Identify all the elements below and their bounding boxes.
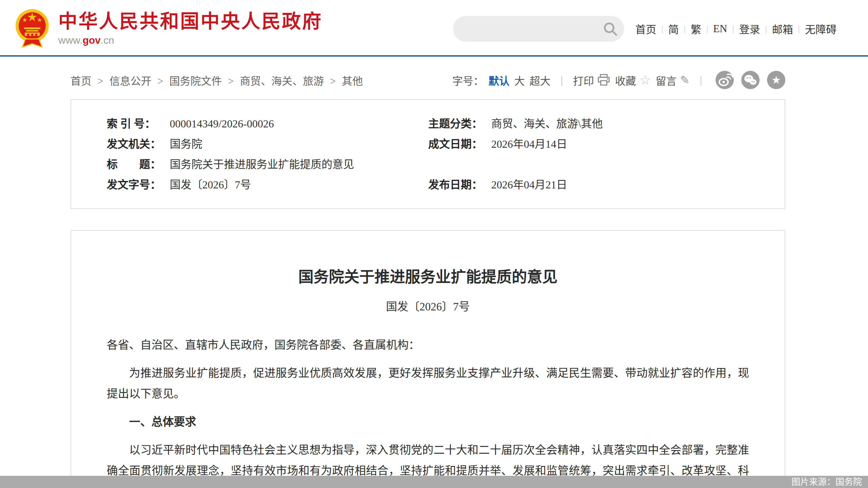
document-number: 国发〔2026〕7号	[107, 298, 749, 314]
font-size-label: 字号：	[452, 73, 484, 88]
site-url-www: www.	[58, 35, 83, 46]
share-icons: ★	[716, 71, 785, 89]
site-url-cn: .cn	[101, 35, 114, 46]
comment-button[interactable]: 留言 ✎	[656, 73, 690, 88]
meta-title-row: 标 题：国务院关于推进服务业扩能提质的意见	[107, 154, 428, 175]
nav-home[interactable]: 首页	[630, 21, 661, 36]
page-toolbar: 字号： 默认 大 超大 | 打印 收藏 ☆ 留言 ✎ |	[452, 71, 785, 89]
breadcrumb-separator: >	[327, 75, 339, 87]
qzone-star-icon: ★	[771, 75, 781, 85]
nav-accessibility[interactable]: 无障碍	[800, 21, 842, 36]
breadcrumb-toolbar-row: 首页 > 信息公开 > 国务院文件 > 商贸、海关、旅游 > 其他 字号： 默认…	[70, 71, 785, 89]
breadcrumb-home[interactable]: 首页	[70, 75, 91, 87]
salutation-paragraph: 各省、自治区、直辖市人民政府，国务院各部委、各直属机构：	[107, 335, 749, 355]
qzone-share-button[interactable]: ★	[767, 71, 785, 89]
star-icon: ☆	[639, 74, 651, 86]
document-title: 国务院关于推进服务业扩能提质的意见	[107, 265, 749, 287]
pencil-icon: ✎	[680, 74, 690, 86]
site-url-gov: gov	[83, 35, 101, 46]
meta-agency-row: 发文机关：国务院	[107, 134, 428, 154]
breadcrumb-separator: >	[225, 75, 237, 87]
document-metadata-card: 索 引 号：000014349/2026-00026 主题分类：商贸、海关、旅游…	[70, 99, 785, 209]
document-content-card: 国务院关于推进服务业扩能提质的意见 国发〔2026〕7号 各省、自治区、直辖市人…	[70, 230, 785, 488]
meta-title-value: 国务院关于推进服务业扩能提质的意见	[162, 158, 354, 170]
favorite-button[interactable]: 收藏 ☆	[615, 73, 651, 88]
breadcrumb-state-council-docs[interactable]: 国务院文件	[169, 75, 222, 87]
meta-written-date-value: 2026年04月14日	[483, 138, 567, 150]
meta-index-label: 索 引 号：	[107, 114, 162, 134]
meta-topic-label: 主题分类：	[428, 114, 483, 134]
meta-empty-cell	[428, 154, 785, 175]
search-input[interactable]	[463, 18, 602, 39]
header-right: 首页 | 简 | 繁 | EN | 登录 | 邮箱 | 无障碍	[453, 16, 842, 42]
breadcrumb-current: 其他	[342, 75, 363, 87]
site-logo[interactable]: 中华人民共和国中央人民政府 www.gov.cn	[15, 8, 323, 49]
meta-index-row: 索 引 号：000014349/2026-00026	[107, 114, 428, 134]
site-url: www.gov.cn	[58, 35, 323, 46]
toolbar-separator: |	[695, 74, 707, 86]
font-size-default-button[interactable]: 默认	[489, 73, 510, 88]
favorite-label: 收藏	[615, 73, 636, 88]
comment-label: 留言	[656, 73, 677, 88]
site-title-block: 中华人民共和国中央人民政府 www.gov.cn	[58, 11, 323, 46]
top-nav: 首页 | 简 | 繁 | EN | 登录 | 邮箱 | 无障碍	[630, 21, 842, 36]
weibo-share-button[interactable]	[716, 71, 734, 89]
national-emblem-icon	[15, 8, 49, 49]
header-divider	[0, 55, 868, 57]
wechat-icon	[741, 71, 760, 89]
search-icon[interactable]	[602, 21, 618, 37]
wechat-share-button[interactable]	[741, 71, 760, 89]
print-label: 打印	[573, 73, 594, 88]
section-heading: 一、总体要求	[107, 412, 749, 432]
nav-mail[interactable]: 邮箱	[767, 21, 798, 36]
font-size-xlarge-button[interactable]: 超大	[530, 73, 551, 88]
metadata-grid: 索 引 号：000014349/2026-00026 主题分类：商贸、海关、旅游…	[107, 114, 785, 195]
weibo-icon	[716, 71, 734, 89]
breadcrumb-separator: >	[94, 75, 107, 87]
breadcrumb: 首页 > 信息公开 > 国务院文件 > 商贸、海关、旅游 > 其他	[70, 73, 363, 88]
meta-published-date-row: 发布日期：2026年04月21日	[428, 175, 785, 195]
meta-docno-row: 发文字号：国发〔2026〕7号	[107, 175, 428, 195]
meta-written-date-label: 成文日期：	[428, 134, 483, 154]
breadcrumb-info-disclosure[interactable]: 信息公开	[109, 75, 151, 87]
nav-simplified[interactable]: 简	[663, 21, 684, 36]
nav-traditional[interactable]: 繁	[686, 21, 706, 36]
meta-topic-row: 主题分类：商贸、海关、旅游\其他	[428, 114, 785, 134]
site-header: 中华人民共和国中央人民政府 www.gov.cn 首页 | 简 | 繁 | EN…	[0, 0, 868, 55]
search-box[interactable]	[453, 16, 624, 42]
intro-paragraph: 为推进服务业扩能提质，促进服务业优质高效发展，更好发挥服务业支撑产业升级、满足民…	[107, 363, 749, 404]
meta-docno-value: 国发〔2026〕7号	[162, 179, 251, 191]
meta-agency-label: 发文机关：	[107, 134, 162, 154]
meta-published-date-value: 2026年04月21日	[483, 179, 567, 191]
site-title: 中华人民共和国中央人民政府	[58, 11, 323, 32]
toolbar-separator: |	[555, 74, 568, 86]
breadcrumb-category[interactable]: 商贸、海关、旅游	[240, 75, 324, 87]
meta-published-date-label: 发布日期：	[428, 175, 483, 195]
meta-index-value: 000014349/2026-00026	[162, 118, 274, 130]
print-button[interactable]: 打印	[573, 73, 610, 88]
printer-icon	[597, 74, 610, 86]
breadcrumb-separator: >	[154, 75, 167, 87]
nav-login[interactable]: 登录	[734, 21, 765, 36]
meta-title-label: 标 题：	[107, 154, 162, 175]
document-body: 各省、自治区、直辖市人民政府，国务院各部委、各直属机构： 为推进服务业扩能提质，…	[107, 335, 749, 488]
font-size-large-button[interactable]: 大	[514, 73, 525, 88]
meta-written-date-row: 成文日期：2026年04月14日	[428, 134, 785, 154]
meta-topic-value: 商贸、海关、旅游\其他	[483, 118, 603, 130]
image-source-caption: 图片来源：国务院	[0, 476, 868, 488]
meta-agency-value: 国务院	[162, 138, 202, 150]
meta-docno-label: 发文字号：	[107, 175, 162, 195]
nav-english[interactable]: EN	[708, 23, 732, 35]
